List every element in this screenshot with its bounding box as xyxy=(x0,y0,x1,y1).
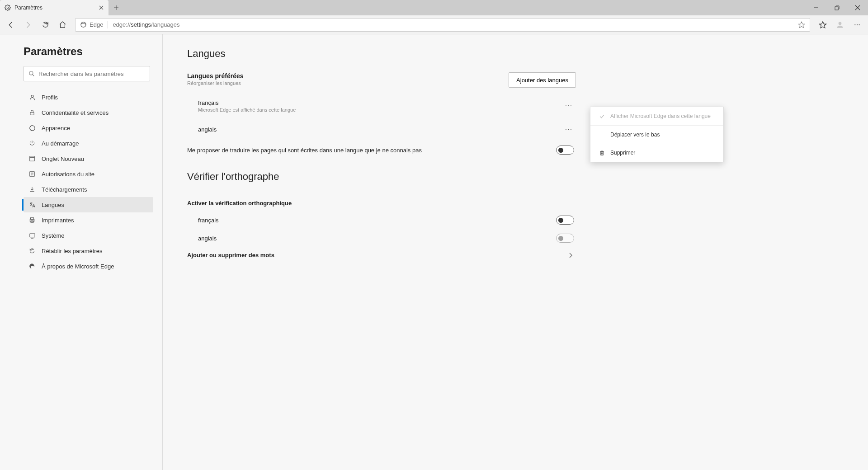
svg-point-6 xyxy=(854,24,855,25)
new-tab-button[interactable] xyxy=(108,0,124,15)
maximize-button[interactable] xyxy=(826,0,847,15)
profile-button[interactable] xyxy=(832,17,848,33)
lock-icon xyxy=(28,109,36,116)
settings-main: Langues Langues préférées Réorganiser le… xyxy=(163,34,868,470)
favorites-button[interactable] xyxy=(815,17,831,33)
nav-system[interactable]: Système xyxy=(24,228,153,243)
svg-point-5 xyxy=(839,22,842,25)
nav-printers[interactable]: Imprimantes xyxy=(24,212,153,228)
system-icon xyxy=(28,232,36,239)
close-tab-button[interactable] xyxy=(98,4,105,11)
nav-reset[interactable]: Rétablir les paramètres xyxy=(24,243,153,258)
settings-sidebar: Paramètres Profils Confidentialité et se… xyxy=(0,34,163,470)
chevron-right-icon xyxy=(565,252,576,258)
browser-toolbar: Edge edge://settings/languages xyxy=(0,15,868,34)
svg-rect-1 xyxy=(835,7,838,10)
language-more-button[interactable]: ··· xyxy=(561,99,576,113)
check-icon xyxy=(597,113,607,119)
ctx-delete[interactable]: Supprimer xyxy=(590,144,723,162)
printer-icon xyxy=(28,217,36,223)
nav-downloads[interactable]: Téléchargements xyxy=(24,182,153,197)
language-name: anglais xyxy=(198,126,561,133)
home-button[interactable] xyxy=(54,17,71,33)
settings-search[interactable] xyxy=(24,66,150,81)
search-icon xyxy=(28,70,35,77)
translate-toggle[interactable] xyxy=(556,146,574,155)
spellcheck-lang-label: français xyxy=(198,217,219,224)
spellcheck-enable-row: Activer la vérification orthographique xyxy=(187,195,576,211)
svg-point-7 xyxy=(857,24,858,25)
svg-rect-18 xyxy=(29,234,34,237)
svg-rect-19 xyxy=(600,151,604,155)
window-titlebar: Paramètres xyxy=(0,0,868,15)
language-more-button[interactable]: ··· xyxy=(561,122,576,136)
permissions-icon xyxy=(28,171,36,177)
add-language-button[interactable]: Ajouter des langues xyxy=(509,72,576,88)
power-icon xyxy=(28,140,36,146)
browser-tab[interactable]: Paramètres xyxy=(0,0,108,15)
svg-point-8 xyxy=(859,24,860,25)
nav-newtab[interactable]: Onglet Nouveau xyxy=(24,151,153,166)
language-row-french: français Microsoft Edge est affiché dans… xyxy=(187,94,576,118)
svg-rect-13 xyxy=(30,156,35,161)
ctx-move-down[interactable]: Déplacer vers le bas xyxy=(590,126,723,144)
svg-point-10 xyxy=(31,95,33,97)
trash-icon xyxy=(597,150,607,156)
spellcheck-lang-label: anglais xyxy=(198,235,217,242)
settings-heading: Paramètres xyxy=(24,45,153,58)
tab-title: Paramètres xyxy=(14,5,98,11)
address-app-name: Edge xyxy=(90,21,103,28)
nav-privacy[interactable]: Confidentialité et services xyxy=(24,105,153,120)
ctx-display-in-language: Afficher Microsoft Edge dans cette langu… xyxy=(590,107,723,125)
preferred-languages-sub: Réorganiser les langues xyxy=(187,80,244,86)
spellcheck-heading: Vérifier l'orthographe xyxy=(187,171,868,183)
refresh-button[interactable] xyxy=(37,17,53,33)
nav-languages[interactable]: Langues xyxy=(24,197,153,212)
favorite-star-icon[interactable] xyxy=(798,21,805,28)
nav-about[interactable]: À propos de Microsoft Edge xyxy=(24,258,153,274)
minimize-button[interactable] xyxy=(806,0,826,15)
nav-profiles[interactable]: Profils xyxy=(24,89,153,105)
preferred-languages-label: Langues préférées xyxy=(187,72,244,80)
spellcheck-enable-label: Activer la vérification orthographique xyxy=(187,200,292,207)
menu-button[interactable] xyxy=(849,17,865,33)
translate-label: Me proposer de traduire les pages qui so… xyxy=(187,147,422,154)
address-bar[interactable]: Edge edge://settings/languages xyxy=(75,18,810,32)
spellcheck-english-toggle[interactable] xyxy=(556,234,574,243)
svg-point-0 xyxy=(7,7,9,9)
language-context-menu: Afficher Microsoft Edge dans cette langu… xyxy=(590,107,724,162)
settings-search-input[interactable] xyxy=(38,70,145,77)
edge-logo-icon xyxy=(80,21,87,28)
languages-heading: Langues xyxy=(187,48,868,60)
forward-button[interactable] xyxy=(20,17,36,33)
appearance-icon xyxy=(28,125,36,132)
newtab-icon xyxy=(28,155,36,162)
svg-rect-11 xyxy=(30,112,34,115)
edge-icon xyxy=(28,263,36,269)
back-button[interactable] xyxy=(3,17,19,33)
nav-startup[interactable]: Au démarrage xyxy=(24,136,153,151)
address-url: edge://settings/languages xyxy=(113,21,179,28)
add-words-label: Ajouter ou supprimer des mots xyxy=(187,252,274,258)
nav-permissions[interactable]: Autorisations du site xyxy=(24,166,153,182)
spellcheck-french-toggle[interactable] xyxy=(556,216,574,225)
spellcheck-french-row: français xyxy=(187,211,576,229)
profile-icon xyxy=(28,94,36,101)
reset-icon xyxy=(28,248,36,254)
close-window-button[interactable] xyxy=(847,0,868,15)
svg-point-2 xyxy=(81,22,86,27)
language-desc: Microsoft Edge est affiché dans cette la… xyxy=(198,107,561,113)
language-row-english: anglais ··· xyxy=(187,118,576,141)
spellcheck-english-row: anglais xyxy=(187,229,576,247)
languages-icon xyxy=(28,202,36,208)
nav-appearance[interactable]: Apparence xyxy=(24,120,153,136)
svg-point-9 xyxy=(29,71,33,75)
settings-icon xyxy=(5,5,11,11)
address-divider xyxy=(108,21,108,28)
add-words-row[interactable]: Ajouter ou supprimer des mots xyxy=(187,247,576,263)
download-icon xyxy=(28,186,36,193)
svg-marker-3 xyxy=(798,22,804,28)
translate-setting-row: Me proposer de traduire les pages qui so… xyxy=(187,141,576,159)
language-name: français xyxy=(198,99,561,106)
